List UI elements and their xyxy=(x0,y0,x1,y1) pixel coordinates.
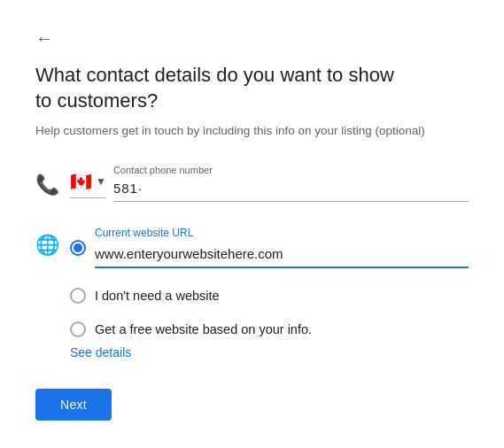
free-website-label: Get a free website based on your info. xyxy=(95,322,312,336)
back-button[interactable]: ← xyxy=(35,28,53,49)
phone-input-wrap: Contact phone number xyxy=(113,165,469,202)
phone-icon: 📞 xyxy=(35,174,59,197)
phone-input[interactable] xyxy=(113,177,469,202)
page-title: What contact details do you want to show… xyxy=(35,63,407,113)
page-subtitle: Help customers get in touch by including… xyxy=(35,122,425,140)
next-button[interactable]: Next xyxy=(35,389,112,421)
radio-no-website[interactable] xyxy=(70,288,86,304)
chevron-down-icon: ▼ xyxy=(96,175,106,188)
current-url-option: Current website URL xyxy=(70,227,469,272)
no-website-option[interactable]: I don't need a website xyxy=(70,288,469,304)
url-input[interactable] xyxy=(95,243,469,268)
radio-free-website[interactable] xyxy=(70,321,86,337)
current-url-label: Current website URL xyxy=(95,227,469,239)
contact-details-card: ← What contact details do you want to sh… xyxy=(0,0,504,448)
free-website-option[interactable]: Get a free website based on your info. xyxy=(70,321,469,337)
see-details-link[interactable]: See details xyxy=(70,345,131,359)
phone-label: Contact phone number xyxy=(113,165,469,175)
globe-icon: 🌐 xyxy=(35,234,59,257)
website-options: Current website URL I don't need a websi… xyxy=(70,227,469,360)
radio-current-url[interactable] xyxy=(70,240,86,256)
website-row: 🌐 Current website URL xyxy=(35,227,469,360)
country-selector[interactable]: 🇨🇦 ▼ xyxy=(70,171,106,198)
phone-row: 📞 🇨🇦 ▼ Contact phone number xyxy=(35,165,469,202)
website-section: 🌐 Current website URL xyxy=(35,227,469,360)
flag-icon: 🇨🇦 xyxy=(70,171,92,192)
no-website-label: I don't need a website xyxy=(95,289,220,303)
back-arrow-icon: ← xyxy=(35,28,53,49)
